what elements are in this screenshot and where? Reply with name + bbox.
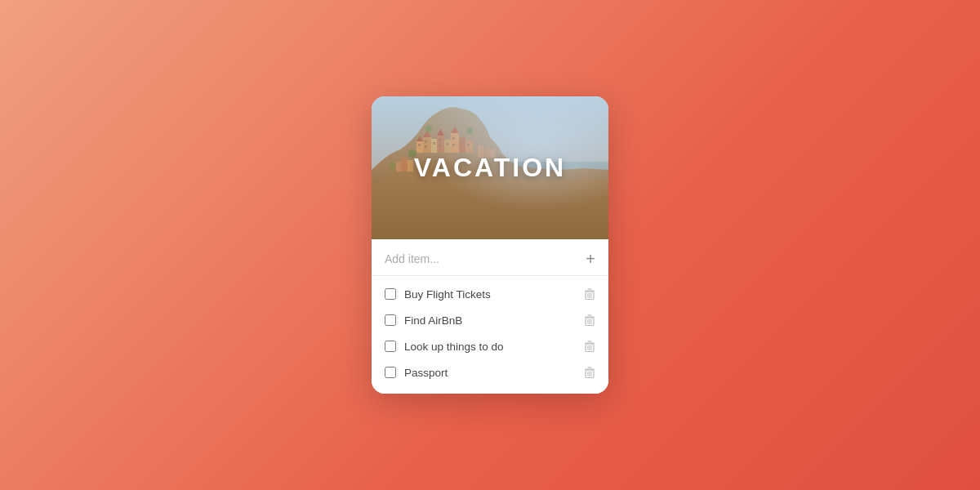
add-item-input[interactable] <box>385 252 579 265</box>
svg-rect-43 <box>588 314 592 315</box>
trash-icon <box>584 314 595 327</box>
svg-rect-55 <box>588 367 592 368</box>
card-image: VACATION <box>372 96 608 239</box>
card-title-overlay: VACATION <box>372 96 608 239</box>
todo-checkbox[interactable] <box>385 288 396 300</box>
add-item-row: + <box>372 239 608 276</box>
todo-checkbox[interactable] <box>385 367 396 378</box>
delete-button[interactable] <box>584 314 595 327</box>
delete-button[interactable] <box>584 287 595 301</box>
svg-rect-37 <box>588 288 592 289</box>
card-title: VACATION <box>414 153 566 183</box>
todo-item: Buy Flight Tickets <box>372 281 608 307</box>
todo-item: Look up things to do <box>372 333 608 359</box>
todo-list: Buy Flight Tickets Find AirBnB Look up t… <box>372 276 608 394</box>
todo-label: Passport <box>404 367 576 379</box>
delete-button[interactable] <box>584 366 595 379</box>
card-body: + Buy Flight Tickets Find AirBnB Look up… <box>372 239 608 394</box>
vacation-card: VACATION + Buy Flight Tickets Find AirBn… <box>372 96 608 394</box>
todo-label: Buy Flight Tickets <box>404 288 576 301</box>
todo-checkbox[interactable] <box>385 314 396 326</box>
add-item-button[interactable]: + <box>586 251 595 267</box>
delete-button[interactable] <box>584 340 595 353</box>
todo-label: Find AirBnB <box>404 314 576 327</box>
todo-item: Find AirBnB <box>372 307 608 333</box>
todo-checkbox[interactable] <box>385 341 396 352</box>
trash-icon <box>584 340 595 353</box>
todo-label: Look up things to do <box>404 341 576 353</box>
trash-icon <box>584 287 595 301</box>
svg-rect-49 <box>588 341 592 341</box>
todo-item: Passport <box>372 359 608 385</box>
trash-icon <box>584 366 595 379</box>
